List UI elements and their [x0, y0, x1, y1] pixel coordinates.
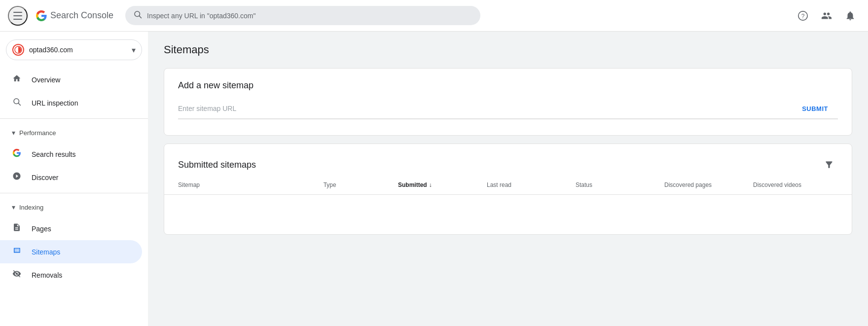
discover-label: Discover: [32, 174, 58, 181]
sitemaps-table: Sitemap Type Submitted ↓ Last read Statu…: [164, 181, 852, 234]
sort-down-icon: ↓: [429, 181, 432, 188]
pages-icon: [12, 223, 22, 234]
hamburger-menu-button[interactable]: [8, 6, 28, 26]
property-favicon: [12, 44, 24, 56]
svg-line-1: [139, 16, 141, 18]
sitemaps-label: Sitemaps: [32, 248, 60, 256]
removals-icon: [12, 269, 22, 281]
performance-section-label: Performance: [19, 129, 56, 137]
sidebar-divider-2: [0, 193, 148, 193]
main-layout: optad360.com ▾ Overview URL inspection: [0, 32, 868, 326]
indexing-chevron-icon: ▾: [12, 203, 15, 211]
url-inspection-label: URL inspection: [32, 99, 78, 107]
performance-section-header[interactable]: ▾ Performance: [0, 123, 148, 143]
indexing-section-header[interactable]: ▾ Indexing: [0, 197, 148, 217]
app-name-label: Search Console: [50, 10, 113, 21]
property-selector[interactable]: optad360.com ▾: [6, 39, 142, 60]
overview-label: Overview: [32, 76, 60, 84]
col-last-read: Last read: [487, 181, 572, 188]
indexing-section-label: Indexing: [19, 204, 43, 211]
sitemap-input-row: SUBMIT: [178, 101, 838, 119]
table-header: Sitemap Type Submitted ↓ Last read Statu…: [164, 181, 852, 195]
col-discovered-videos: Discovered videos: [753, 181, 838, 188]
submitted-sitemaps-header: Submitted sitemaps: [164, 144, 852, 181]
submit-sitemap-button[interactable]: SUBMIT: [792, 101, 838, 116]
sitemap-url-input[interactable]: [178, 101, 788, 116]
svg-line-6: [18, 103, 20, 105]
submitted-sitemaps-title: Submitted sitemaps: [178, 160, 256, 170]
header-actions: ?: [793, 6, 860, 26]
property-chevron-icon: ▾: [132, 45, 136, 55]
svg-text:?: ?: [801, 12, 805, 19]
sidebar-item-url-inspection[interactable]: URL inspection: [0, 91, 142, 114]
google-g-icon: [12, 148, 22, 160]
google-logo-icon: [36, 10, 47, 22]
table-empty-state: [164, 195, 852, 234]
col-submitted[interactable]: Submitted ↓: [398, 181, 483, 188]
sidebar-item-pages[interactable]: Pages: [0, 217, 142, 240]
home-icon: [12, 74, 22, 85]
page-title: Sitemaps: [164, 43, 852, 56]
url-search-box[interactable]: Inspect any URL in "optad360.com": [125, 6, 480, 25]
discover-icon: [12, 172, 22, 183]
removals-label: Removals: [32, 271, 62, 279]
search-icon: [133, 10, 142, 21]
col-discovered-pages: Discovered pages: [664, 181, 749, 188]
sidebar-item-removals[interactable]: Removals: [0, 263, 142, 287]
property-name-label: optad360.com: [29, 46, 127, 54]
col-status: Status: [576, 181, 660, 188]
sitemaps-icon: [12, 246, 22, 257]
sidebar-item-search-results[interactable]: Search results: [0, 143, 142, 166]
account-settings-button[interactable]: [817, 6, 836, 26]
sidebar-item-overview[interactable]: Overview: [0, 68, 142, 91]
search-results-label: Search results: [32, 150, 75, 158]
col-type: Type: [324, 181, 394, 188]
pages-label: Pages: [32, 225, 51, 233]
notifications-button[interactable]: [840, 6, 860, 26]
app-header: Search Console Inspect any URL in "optad…: [0, 0, 868, 32]
url-inspection-icon: [12, 97, 22, 109]
sidebar-item-sitemaps[interactable]: Sitemaps: [0, 240, 142, 263]
add-sitemap-card: Add a new sitemap SUBMIT: [164, 68, 852, 136]
performance-chevron-icon: ▾: [12, 129, 15, 137]
sidebar-item-discover[interactable]: Discover: [0, 166, 142, 189]
sidebar: optad360.com ▾ Overview URL inspection: [0, 32, 148, 326]
sidebar-divider-1: [0, 118, 148, 119]
help-button[interactable]: ?: [793, 6, 813, 26]
search-placeholder-text: Inspect any URL in "optad360.com": [147, 12, 472, 20]
app-logo: Search Console: [36, 10, 113, 22]
col-sitemap: Sitemap: [178, 181, 320, 188]
filter-button[interactable]: [820, 156, 838, 174]
main-content: Sitemaps Add a new sitemap SUBMIT Submit…: [148, 32, 868, 326]
add-sitemap-title: Add a new sitemap: [178, 80, 838, 91]
submitted-sitemaps-card: Submitted sitemaps Sitemap Type Submitte…: [164, 144, 852, 235]
